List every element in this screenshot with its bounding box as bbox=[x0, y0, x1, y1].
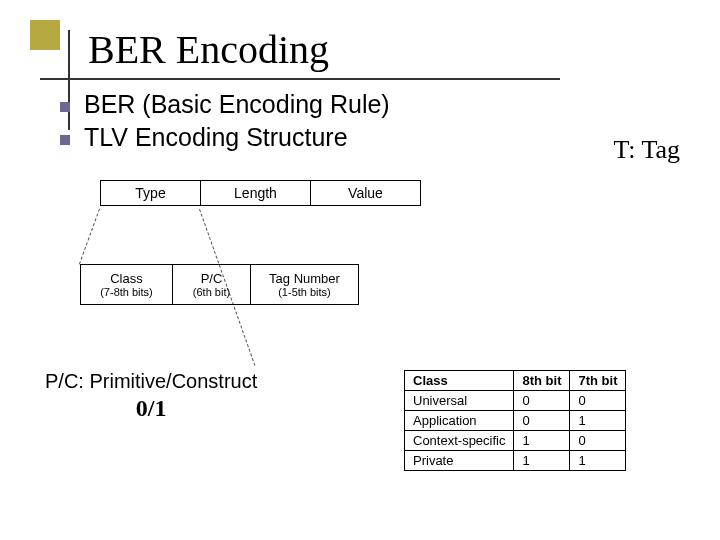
tlv-table: Type Length Value bbox=[100, 180, 421, 206]
page-title: BER Encoding bbox=[88, 26, 329, 73]
bullet-text: BER (Basic Encoding Rule) bbox=[84, 90, 390, 119]
field-tag-cell: Tag Number (1-5th bits) bbox=[251, 265, 359, 305]
table-row: Application 0 1 bbox=[405, 411, 626, 431]
field-class-cell: Class (7-8th bits) bbox=[81, 265, 173, 305]
field-class-sub: (7-8th bits) bbox=[81, 286, 172, 298]
cell-bit8: 1 bbox=[514, 431, 570, 451]
title-accent-square bbox=[30, 20, 60, 50]
cell-bit8: 1 bbox=[514, 451, 570, 471]
tlv-value-cell: Value bbox=[311, 181, 421, 206]
bullet-text: TLV Encoding Structure bbox=[84, 123, 348, 152]
col-8th: 8th bit bbox=[514, 371, 570, 391]
guide-line bbox=[79, 209, 100, 265]
field-tag-sub: (1-5th bits) bbox=[251, 286, 358, 298]
col-7th: 7th bit bbox=[570, 371, 626, 391]
tlv-type-cell: Type bbox=[101, 181, 201, 206]
table-row: Private 1 1 bbox=[405, 451, 626, 471]
list-item: BER (Basic Encoding Rule) bbox=[60, 90, 390, 119]
cell-class: Universal bbox=[405, 391, 514, 411]
bullet-list: BER (Basic Encoding Rule) TLV Encoding S… bbox=[60, 90, 390, 156]
fields-table: Class (7-8th bits) P/C (6th bit) Tag Num… bbox=[80, 264, 359, 305]
table-row: Context-specific 1 0 bbox=[405, 431, 626, 451]
cell-class: Private bbox=[405, 451, 514, 471]
type-field-breakdown: Class (7-8th bits) P/C (6th bit) Tag Num… bbox=[80, 264, 359, 305]
cell-bit8: 0 bbox=[514, 411, 570, 431]
list-item: TLV Encoding Structure bbox=[60, 123, 390, 152]
field-class-label: Class bbox=[110, 271, 143, 286]
tlv-structure: Type Length Value bbox=[100, 180, 421, 206]
cell-bit7: 0 bbox=[570, 431, 626, 451]
bullet-icon bbox=[60, 135, 70, 145]
table-header-row: Class 8th bit 7th bit bbox=[405, 371, 626, 391]
title-rule-horizontal bbox=[40, 78, 560, 80]
cell-bit7: 0 bbox=[570, 391, 626, 411]
pc-note-values: 0/1 bbox=[45, 395, 257, 422]
cell-bit7: 1 bbox=[570, 451, 626, 471]
cell-bit7: 1 bbox=[570, 411, 626, 431]
pc-note: P/C: Primitive/Construct 0/1 bbox=[45, 370, 257, 422]
field-pc-sub: (6th bit) bbox=[173, 286, 250, 298]
col-class: Class bbox=[405, 371, 514, 391]
cell-class: Application bbox=[405, 411, 514, 431]
field-tag-label: Tag Number bbox=[269, 271, 340, 286]
cell-bit8: 0 bbox=[514, 391, 570, 411]
cell-class: Context-specific bbox=[405, 431, 514, 451]
t-tag-note: T: Tag bbox=[614, 135, 680, 165]
bullet-icon bbox=[60, 102, 70, 112]
slide: BER Encoding BER (Basic Encoding Rule) T… bbox=[0, 0, 720, 540]
field-pc-cell: P/C (6th bit) bbox=[173, 265, 251, 305]
table-row: Universal 0 0 bbox=[405, 391, 626, 411]
class-bits-table: Class 8th bit 7th bit Universal 0 0 Appl… bbox=[404, 370, 626, 471]
pc-note-line: P/C: Primitive/Construct bbox=[45, 370, 257, 392]
tlv-length-cell: Length bbox=[201, 181, 311, 206]
field-pc-label: P/C bbox=[201, 271, 223, 286]
